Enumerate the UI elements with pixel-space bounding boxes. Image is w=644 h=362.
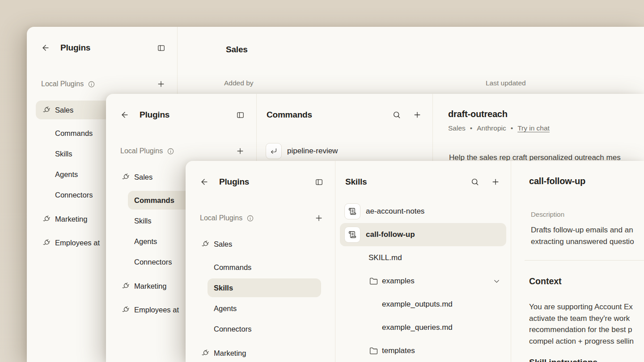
plug-icon [42, 105, 51, 114]
file-item-label: SKILL.md [369, 253, 402, 262]
sidebar-item-label: Sales [214, 240, 232, 248]
sidebar-item-commands[interactable]: Commands [186, 257, 335, 278]
folder-item-templates[interactable]: templates [340, 339, 506, 362]
local-plugins-section: Local Plugins [186, 213, 335, 223]
description-line: extracting unanswered questio [531, 236, 634, 248]
app-background: Plugins Local Plugins [0, 0, 644, 362]
local-plugins-section: Local Plugins [27, 79, 177, 89]
description-line: Drafts follow-up emails and an [531, 224, 634, 236]
section-divider [525, 260, 644, 261]
folder-icon [369, 277, 378, 286]
sidebar-header: Plugins [106, 94, 256, 120]
command-item-pipeline-review[interactable]: pipeline-review [261, 139, 428, 163]
sidebar-item-label: Commands [55, 129, 93, 138]
meta-plugin: Sales [448, 124, 466, 132]
context-line: activate the team they're work [529, 313, 634, 324]
add-plugin-button[interactable] [157, 80, 165, 88]
file-item-example-outputs[interactable]: example_outputs.md [340, 293, 506, 316]
chevron-down-icon[interactable] [492, 277, 501, 286]
folder-item-examples[interactable]: examples [340, 269, 506, 293]
folder-item-label: examples [382, 277, 415, 286]
plugins-window-3: Plugins Local Plugins [186, 161, 644, 362]
info-icon[interactable] [88, 80, 95, 88]
command-item-label: pipeline-review [287, 147, 338, 156]
local-plugins-label: Local Plugins [200, 214, 242, 222]
file-item-label: example_outputs.md [382, 300, 453, 309]
meta-separator: • [470, 124, 472, 132]
context-line: You are supporting Account Ex [529, 301, 634, 313]
sidebar-item-connectors[interactable]: Connectors [186, 319, 335, 339]
sidebar-header: Plugins [27, 27, 177, 53]
file-item-skill-md[interactable]: SKILL.md [340, 246, 506, 269]
sidebar-item-skills[interactable]: Skills [186, 278, 335, 298]
description-label: Description [531, 210, 564, 218]
plugin-title: Sales [226, 45, 248, 55]
skill-item-label: ae-account-notes [366, 207, 424, 216]
sidebar-toggle-icon[interactable] [315, 178, 323, 186]
back-button[interactable] [41, 43, 50, 52]
sidebar-item-label: Agents [55, 170, 78, 179]
plug-icon [42, 238, 51, 247]
skills-panel-header: Skills [335, 161, 511, 187]
search-icon[interactable] [470, 177, 479, 186]
sidebar-item-label: Connectors [55, 191, 93, 199]
skill-detail-panel: call-follow-up Description Drafts follow… [511, 161, 644, 362]
sidebar-item-sales[interactable]: Sales [186, 234, 335, 254]
sidebar-item-agents[interactable]: Agents [186, 298, 335, 319]
back-button[interactable] [120, 110, 129, 119]
try-in-chat-link[interactable]: Try in chat [517, 124, 550, 132]
search-icon[interactable] [392, 110, 401, 119]
sidebar-header: Plugins [186, 161, 335, 187]
plug-icon [121, 173, 130, 181]
add-plugin-button[interactable] [314, 214, 323, 223]
sidebar-item-label: Employees at [55, 239, 100, 247]
file-item-example-queries[interactable]: example_queries.md [340, 316, 506, 339]
plugins-nav: Sales Commands Skills Agents Connectors … [186, 234, 335, 362]
info-icon[interactable] [246, 215, 254, 222]
meta-author: Anthropic [477, 124, 506, 132]
sidebar-item-label: Marketing [134, 282, 166, 290]
info-icon[interactable] [167, 147, 174, 155]
page-title: Plugins [60, 43, 90, 53]
page-title: Plugins [219, 177, 249, 187]
sidebar-item-label: Commands [134, 196, 174, 205]
detail-title: draft-outreach [448, 109, 508, 119]
plug-icon [42, 215, 51, 223]
sidebar-item-label: Skills [214, 284, 233, 292]
sidebar-item-label: Skills [55, 150, 72, 158]
sidebar-item-label: Agents [134, 237, 157, 246]
sidebar-toggle-icon[interactable] [157, 44, 165, 52]
detail-meta: Sales • Anthropic • Try in chat [448, 124, 550, 132]
sidebar-item-label: Agents [214, 304, 237, 313]
panel-title: Skills [345, 177, 367, 187]
context-heading: Context [529, 276, 562, 286]
local-plugins-label: Local Plugins [41, 80, 84, 88]
page-title: Plugins [140, 110, 169, 120]
skill-item-ae-account-notes[interactable]: ae-account-notes [340, 200, 506, 223]
commands-panel-header: Commands [257, 94, 432, 120]
plugins-sidebar-3: Plugins Local Plugins [186, 161, 335, 362]
sidebar-item-marketing[interactable]: Marketing [186, 343, 335, 362]
add-skill-button[interactable] [491, 177, 500, 186]
scroll-icon [344, 227, 360, 243]
sidebar-item-label: Connectors [214, 325, 251, 333]
plug-icon [201, 349, 210, 358]
sidebar-item-label: Connectors [134, 258, 172, 266]
sidebar-item-label: Sales [55, 106, 73, 114]
skill-instructions-heading: Skill instructions [529, 358, 597, 362]
sidebar-item-label: Employees at [134, 306, 179, 314]
folder-icon [369, 347, 378, 355]
back-button[interactable] [200, 177, 209, 186]
column-header-last-updated: Last updated [486, 79, 526, 87]
scroll-icon [344, 203, 360, 219]
add-plugin-button[interactable] [236, 147, 245, 156]
plug-icon [121, 305, 130, 314]
detail-title: call-follow-up [529, 176, 585, 186]
skills-panel: Skills ae-account-notes [335, 161, 511, 362]
sidebar-toggle-icon[interactable] [236, 111, 245, 119]
add-command-button[interactable] [413, 110, 422, 119]
return-icon [266, 143, 282, 159]
sidebar-item-label: Marketing [55, 215, 87, 223]
skill-item-call-follow-up[interactable]: call-follow-up [340, 223, 506, 246]
skills-list: ae-account-notes call-follow-up SKILL.md… [335, 200, 511, 362]
